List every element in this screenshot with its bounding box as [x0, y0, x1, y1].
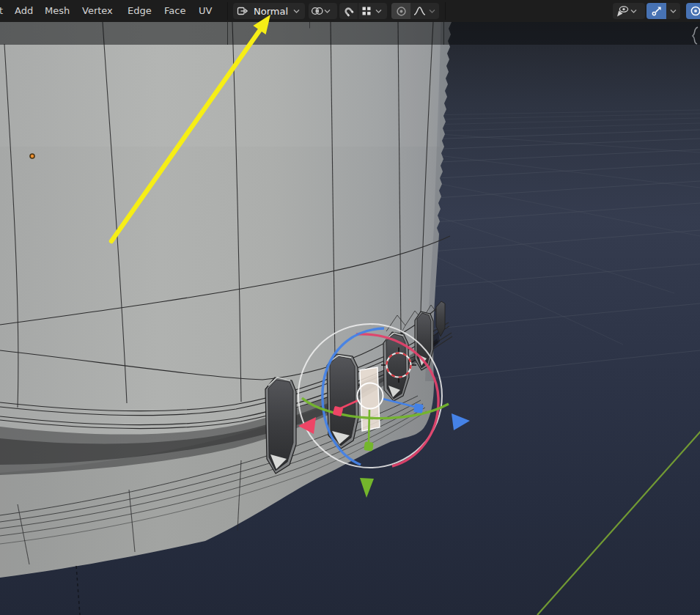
- pivot-point-dropdown[interactable]: [309, 3, 337, 19]
- proportional-editing-toggle[interactable]: [391, 3, 410, 19]
- object-visibility-dropdown[interactable]: [613, 3, 645, 19]
- object-origin-dot: [30, 154, 34, 158]
- proportional-circle-icon: [396, 6, 407, 17]
- gizmos-dropdown[interactable]: [666, 3, 680, 19]
- transform-orientation-dropdown[interactable]: Normal: [233, 3, 305, 19]
- viewport-3d[interactable]: [0, 0, 700, 615]
- show-gizmos-toggle[interactable]: [646, 3, 666, 19]
- menu-edge[interactable]: Edge: [126, 0, 153, 22]
- chevron-down-icon[interactable]: [375, 9, 382, 14]
- vent-slot: [265, 378, 296, 474]
- menu-add[interactable]: Add: [13, 0, 34, 22]
- menu-uv[interactable]: UV: [197, 0, 213, 22]
- gizmos-group: [646, 3, 680, 19]
- tool-header-strip: [0, 22, 700, 45]
- menu-clipped-select[interactable]: t: [0, 0, 4, 22]
- menu-face[interactable]: Face: [163, 0, 187, 22]
- header-separator: [445, 2, 446, 20]
- chevron-down-icon[interactable]: [429, 9, 435, 14]
- proportional-editing-group: [391, 3, 439, 19]
- menu-mesh[interactable]: Mesh: [43, 0, 71, 22]
- gizmo-arrow-icon: [651, 5, 663, 17]
- pivot-point-icon: [311, 5, 323, 17]
- chevron-down-icon: [293, 9, 300, 14]
- overlays-circle-icon: [690, 5, 700, 17]
- snap-with-button[interactable]: [358, 3, 375, 19]
- blender-window: { "header": { "clipped_left_text": "t", …: [0, 0, 700, 615]
- show-overlays-toggle[interactable]: [686, 3, 700, 19]
- snap-group: [339, 3, 387, 19]
- orientation-box-arrow-icon: [237, 5, 248, 17]
- snap-toggle-button[interactable]: [339, 3, 358, 19]
- smooth-falloff-curve-icon: [413, 6, 426, 16]
- eye-pointer-icon: [615, 5, 630, 18]
- chevron-down-icon: [630, 9, 637, 14]
- viewport-header: t Add Mesh Vertex Edge Face UV Normal: [0, 0, 700, 22]
- header-separator: [227, 2, 228, 20]
- orientation-value: Normal: [254, 6, 288, 17]
- magnet-icon: [343, 6, 354, 17]
- menu-vertex[interactable]: Vertex: [81, 0, 114, 22]
- falloff-type-button[interactable]: [410, 3, 428, 19]
- snap-increment-grid-icon: [361, 6, 372, 16]
- chevron-down-icon: [324, 9, 331, 14]
